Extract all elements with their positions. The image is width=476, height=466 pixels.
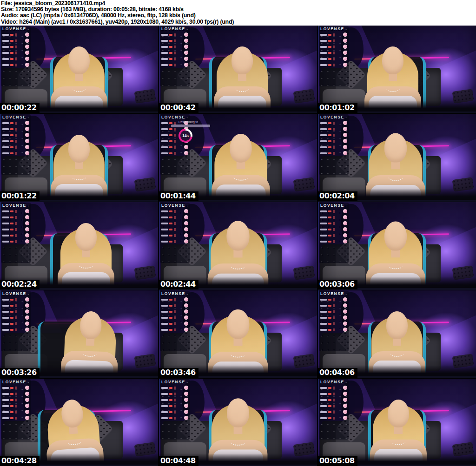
tip-menu-row xyxy=(320,144,347,150)
tip-menu-overlay: LOVENSE xyxy=(319,291,349,351)
lovense-watermark: LOVENSE xyxy=(320,291,347,296)
tip-menu-row xyxy=(320,208,347,214)
video-thumbnail: LOVENSE 00:02:24 xyxy=(0,202,158,290)
tipper-name-blur xyxy=(171,125,210,127)
toy-level-icon xyxy=(343,239,347,243)
tip-menu-row xyxy=(2,296,29,302)
toy-level-icon xyxy=(343,297,347,302)
toy-level-icon xyxy=(184,392,188,396)
tip-menu-row xyxy=(161,214,188,220)
toy-level-icon xyxy=(184,227,188,231)
tip-menu-row xyxy=(320,403,347,409)
toy-level-icon xyxy=(343,39,347,43)
toy-level-icon xyxy=(25,322,29,326)
toy-level-icon xyxy=(25,416,29,420)
tip-menu-row xyxy=(2,138,29,144)
tip-menu-row xyxy=(2,315,29,321)
thumbnail-grid: LOVENSE 00:00:22 xyxy=(0,26,476,466)
toy-level-icon xyxy=(184,209,188,213)
tip-menu-row xyxy=(2,238,29,244)
tip-menu-row xyxy=(2,391,29,397)
toy-level-icon xyxy=(184,309,188,314)
tip-menu-row xyxy=(161,409,188,415)
timestamp-label: 00:02:44 xyxy=(159,280,198,289)
toy-level-icon xyxy=(343,410,347,414)
tip-menu-row xyxy=(161,220,188,226)
tip-menu-overlay: LOVENSE xyxy=(160,203,190,263)
tip-menu-row xyxy=(320,302,347,308)
video-thumbnail: LOVENSE Responding to 14s 00:01:44 xyxy=(159,114,317,202)
timestamp-label: 00:03:26 xyxy=(0,368,40,378)
toy-level-icon xyxy=(25,309,29,314)
tip-menu-row xyxy=(161,308,188,315)
tip-menu-overlay: LOVENSE xyxy=(319,114,349,175)
lovense-watermark: LOVENSE xyxy=(161,380,188,385)
tip-menu-row xyxy=(320,415,347,421)
toy-level-icon xyxy=(25,63,29,67)
tip-menu-row xyxy=(320,296,347,302)
tip-menu-overlay: LOVENSE xyxy=(1,291,31,351)
lovense-watermark: LOVENSE xyxy=(320,380,347,385)
toy-level-icon xyxy=(25,45,29,49)
toy-level-icon xyxy=(343,215,347,219)
tip-menu-row xyxy=(320,62,347,68)
tip-menu-row xyxy=(161,238,188,244)
tip-menu-row xyxy=(320,56,347,62)
countdown-value: 14s xyxy=(182,133,189,138)
tip-menu-row xyxy=(161,144,188,150)
toy-level-icon xyxy=(343,309,347,314)
toy-level-icon xyxy=(343,51,347,55)
tip-menu-row xyxy=(320,44,347,50)
tip-menu-row xyxy=(320,132,347,138)
tip-menu-row xyxy=(161,232,188,238)
lovense-watermark: LOVENSE xyxy=(2,203,29,208)
lovense-watermark: LOVENSE xyxy=(161,115,188,120)
timestamp-label: 00:04:28 xyxy=(0,456,40,466)
toy-level-icon xyxy=(343,404,347,408)
timestamp-label: 00:00:22 xyxy=(0,103,40,113)
toy-level-icon xyxy=(25,209,29,213)
lovense-countdown-overlay: Responding to 14s xyxy=(163,120,218,143)
tip-menu-row xyxy=(2,327,29,333)
tip-menu-row xyxy=(320,232,347,238)
video-thumbnail: LOVENSE 00:01:02 xyxy=(318,26,476,113)
tip-menu-overlay: LOVENSE xyxy=(319,203,349,263)
responding-label: Responding to xyxy=(163,120,214,124)
toy-level-icon xyxy=(184,315,188,320)
lovense-watermark: LOVENSE xyxy=(2,26,29,32)
video-thumbnail: LOVENSE 00:03:46 xyxy=(159,290,317,378)
tip-menu-row xyxy=(161,385,188,391)
tip-menu-overlay: LOVENSE xyxy=(1,26,31,86)
tip-menu-row xyxy=(320,38,347,44)
toy-level-icon xyxy=(184,63,188,67)
toy-level-icon xyxy=(25,51,29,55)
lovense-watermark: LOVENSE xyxy=(2,115,29,120)
toy-level-icon xyxy=(184,215,188,219)
lovense-watermark: LOVENSE xyxy=(161,291,188,296)
file-info-header: File: jessica_bloom_202306171410.mp4 Siz… xyxy=(0,0,476,26)
toy-level-icon xyxy=(25,410,29,414)
toy-level-icon xyxy=(343,233,347,237)
toy-level-icon xyxy=(343,392,347,396)
toy-level-icon xyxy=(343,303,347,308)
tip-menu-row xyxy=(161,415,188,421)
tip-menu-row xyxy=(2,308,29,315)
toy-level-icon xyxy=(343,63,347,67)
timestamp-label: 00:04:48 xyxy=(159,456,198,466)
toy-level-icon xyxy=(25,33,29,37)
toy-level-icon xyxy=(184,239,188,243)
tip-menu-row xyxy=(2,385,29,391)
tip-menu-row xyxy=(161,391,188,397)
tip-menu-row xyxy=(161,50,188,56)
toy-level-icon xyxy=(25,233,29,237)
toy-level-icon xyxy=(343,45,347,49)
video-thumbnail: LOVENSE 00:02:04 xyxy=(318,114,476,202)
tip-menu-row xyxy=(320,327,347,333)
tip-menu-row xyxy=(2,62,29,68)
video-thumbnail: LOVENSE 00:04:48 xyxy=(159,379,317,466)
tip-menu-row xyxy=(161,62,188,68)
tip-menu-row xyxy=(320,308,347,315)
toy-level-icon xyxy=(25,215,29,219)
toy-level-icon xyxy=(25,57,29,61)
toy-level-icon xyxy=(25,227,29,231)
